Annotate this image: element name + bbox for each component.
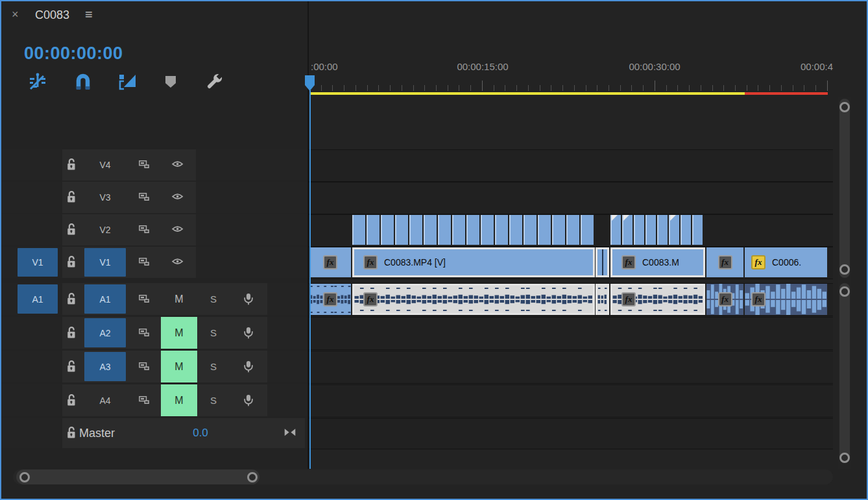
panel-menu-icon[interactable]: ≡ bbox=[85, 7, 92, 22]
track-lock-button[interactable] bbox=[64, 214, 80, 245]
fx-badge[interactable]: fx bbox=[718, 292, 732, 306]
video-scroll-handle-bottom[interactable] bbox=[839, 264, 850, 275]
track-lock-button[interactable] bbox=[64, 384, 80, 416]
voiceover-record-button[interactable] bbox=[239, 351, 258, 382]
clip-segment[interactable] bbox=[692, 215, 703, 245]
video-clip[interactable]: fxC0083.M bbox=[610, 247, 705, 277]
solo-button[interactable]: S bbox=[205, 351, 222, 382]
sync-lock-button[interactable] bbox=[135, 317, 154, 349]
clip-segment[interactable] bbox=[352, 215, 365, 245]
audio-scroll-handle-top[interactable] bbox=[839, 286, 850, 297]
audio-scroll-handle-bottom[interactable] bbox=[839, 453, 850, 463]
zoom-handle-right[interactable] bbox=[247, 472, 258, 482]
audio-clip[interactable]: fx bbox=[745, 284, 827, 315]
mute-button[interactable]: M bbox=[161, 384, 197, 416]
track-lock-button[interactable] bbox=[64, 418, 80, 448]
track-target-v2[interactable]: V2 bbox=[84, 216, 126, 244]
audio-tracks-scrollbar[interactable] bbox=[839, 283, 850, 462]
clip-segment[interactable] bbox=[409, 215, 422, 245]
sync-lock-button[interactable] bbox=[135, 149, 154, 181]
v2-clip-segments[interactable] bbox=[352, 215, 595, 245]
clip-segment[interactable] bbox=[395, 215, 408, 245]
voiceover-record-button[interactable] bbox=[239, 317, 258, 349]
sync-lock-button[interactable] bbox=[135, 214, 154, 245]
sync-lock-button[interactable] bbox=[135, 247, 154, 278]
video-clip[interactable]: fxC0083.MP4 [V] bbox=[352, 247, 595, 277]
mute-button[interactable]: M bbox=[161, 283, 197, 315]
audio-clip[interactable]: fx bbox=[706, 284, 743, 315]
track-target-a1[interactable]: A1 bbox=[84, 284, 126, 314]
clip-segment[interactable] bbox=[452, 215, 465, 245]
tab-title[interactable]: C0083 bbox=[35, 8, 69, 22]
close-icon[interactable]: × bbox=[12, 8, 19, 20]
sync-lock-button[interactable] bbox=[135, 182, 154, 213]
sync-lock-button[interactable] bbox=[135, 384, 154, 416]
audio-clip[interactable] bbox=[596, 284, 609, 315]
audio-clip[interactable]: fx bbox=[352, 284, 595, 315]
video-clip[interactable]: fx bbox=[309, 247, 351, 277]
audio-clip[interactable]: fx bbox=[610, 284, 705, 315]
source-patch-a1[interactable]: A1 bbox=[18, 284, 58, 314]
track-lock-button[interactable] bbox=[64, 351, 80, 382]
toggle-track-output-button[interactable] bbox=[169, 214, 188, 245]
fx-badge[interactable]: fx bbox=[363, 292, 378, 306]
track-lock-button[interactable] bbox=[64, 317, 80, 349]
insert-overwrite-nests-button[interactable] bbox=[27, 71, 49, 93]
clip-segment[interactable] bbox=[669, 215, 679, 245]
clip-segment[interactable] bbox=[581, 215, 594, 245]
track-target-a3[interactable]: A3 bbox=[84, 352, 126, 381]
clip-segment[interactable] bbox=[610, 215, 621, 245]
clip-segment[interactable] bbox=[438, 215, 451, 245]
clip-segment[interactable] bbox=[424, 215, 437, 245]
voiceover-record-button[interactable] bbox=[239, 384, 258, 416]
track-target-v3[interactable]: V3 bbox=[84, 183, 126, 212]
show-keyframes-icon[interactable] bbox=[280, 418, 300, 448]
track-lock-button[interactable] bbox=[64, 247, 80, 278]
video-tracks-scrollbar[interactable] bbox=[839, 99, 850, 278]
mute-button[interactable]: M bbox=[161, 351, 197, 382]
video-clip[interactable]: fxC0006. bbox=[745, 247, 827, 277]
add-marker-button[interactable] bbox=[160, 71, 182, 93]
clip-segment[interactable] bbox=[645, 215, 656, 245]
clip-segment[interactable] bbox=[634, 215, 644, 245]
timeline-settings-button[interactable] bbox=[203, 71, 225, 93]
playhead-line[interactable] bbox=[309, 90, 311, 469]
toggle-track-output-button[interactable] bbox=[169, 247, 188, 278]
playhead-timecode[interactable]: 00:00:00:00 bbox=[24, 44, 123, 64]
track-target-a2[interactable]: A2 bbox=[84, 318, 126, 347]
fx-badge[interactable]: fx bbox=[751, 292, 766, 306]
clip-segment[interactable] bbox=[566, 215, 579, 245]
video-scroll-handle-top[interactable] bbox=[839, 102, 850, 112]
clip-segment[interactable] bbox=[657, 215, 668, 245]
track-target-a4[interactable]: A4 bbox=[84, 386, 126, 415]
clip-segment[interactable] bbox=[622, 215, 633, 245]
clip-segment[interactable] bbox=[481, 215, 494, 245]
track-target-v1[interactable]: V1 bbox=[84, 248, 126, 277]
fx-badge[interactable]: fx bbox=[751, 255, 766, 269]
source-patch-v1[interactable]: V1 bbox=[18, 248, 58, 277]
video-clip[interactable] bbox=[596, 247, 609, 277]
track-target-v4[interactable]: V4 bbox=[84, 151, 126, 179]
fx-badge[interactable]: fx bbox=[323, 292, 337, 306]
clip-segment[interactable] bbox=[509, 215, 522, 245]
track-lock-button[interactable] bbox=[64, 182, 80, 213]
solo-button[interactable]: S bbox=[205, 317, 222, 349]
toggle-track-output-button[interactable] bbox=[169, 149, 188, 181]
linked-selection-button[interactable] bbox=[116, 71, 138, 93]
clip-segment[interactable] bbox=[552, 215, 565, 245]
toggle-track-output-button[interactable] bbox=[169, 182, 188, 213]
fx-badge[interactable]: fx bbox=[323, 255, 337, 269]
zoom-handle-left[interactable] bbox=[19, 472, 30, 482]
horizontal-zoom-scrollbar[interactable] bbox=[16, 469, 259, 484]
clip-segment[interactable] bbox=[538, 215, 551, 245]
snap-button[interactable] bbox=[72, 71, 94, 93]
time-ruler[interactable]: :00:0000:00:15:0000:00:30:0000:00:4 bbox=[309, 57, 833, 91]
solo-button[interactable]: S bbox=[205, 283, 222, 315]
voiceover-record-button[interactable] bbox=[239, 283, 258, 315]
clip-segment[interactable] bbox=[466, 215, 479, 245]
sync-lock-button[interactable] bbox=[135, 351, 154, 382]
master-level-value[interactable]: 0.0 bbox=[184, 418, 217, 448]
mute-button[interactable]: M bbox=[161, 317, 197, 349]
track-lock-button[interactable] bbox=[64, 149, 80, 181]
v2-clip-segments[interactable] bbox=[610, 215, 704, 245]
